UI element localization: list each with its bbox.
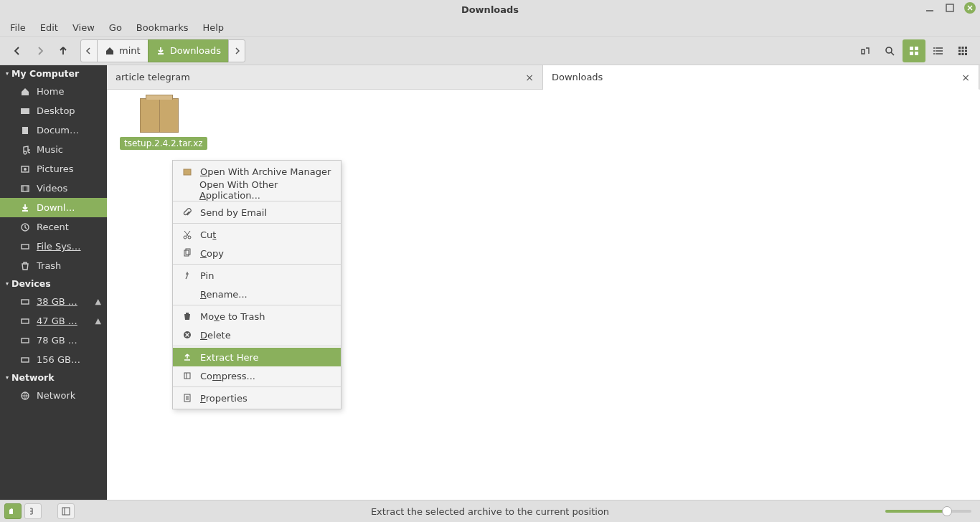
- menu-pin[interactable]: Pin: [173, 266, 341, 285]
- path-prev-button[interactable]: [80, 39, 98, 62]
- separator: [173, 346, 341, 346]
- minimize-button[interactable]: [924, 2, 936, 14]
- tab-downloads[interactable]: Downloads ×: [543, 65, 979, 90]
- menu-edit[interactable]: Edit: [33, 21, 65, 34]
- close-button[interactable]: [964, 2, 976, 14]
- sidebar-vol-78gb[interactable]: 78 GB …: [0, 331, 107, 350]
- file-label: tsetup.2.4.2.tar.xz: [120, 137, 207, 150]
- zoom-thumb[interactable]: [942, 506, 952, 516]
- svg-rect-28: [22, 358, 29, 362]
- svg-rect-26: [22, 319, 29, 323]
- sidebar-pictures[interactable]: Pictures: [0, 159, 107, 179]
- sidebar-filesystem[interactable]: File Sys…: [0, 237, 107, 256]
- menu-copy[interactable]: Copy: [173, 244, 341, 262]
- eject-icon[interactable]: ▲: [95, 316, 101, 326]
- svg-rect-5: [915, 52, 918, 55]
- sidebar-documents[interactable]: Docum…: [0, 120, 107, 140]
- menu-rename[interactable]: Rename...: [173, 285, 341, 303]
- path-current[interactable]: Downloads: [148, 39, 229, 62]
- separator: [173, 201, 341, 201]
- show-tree-button[interactable]: [24, 503, 42, 519]
- close-sidebar-button[interactable]: [57, 503, 75, 519]
- sidebar-downloads[interactable]: Downl…: [0, 198, 107, 217]
- sidebar-music[interactable]: Music: [0, 140, 107, 159]
- svg-rect-24: [22, 245, 29, 249]
- statusbar: Extract the selected archive to the curr…: [0, 500, 980, 522]
- sidebar-section-computer[interactable]: ▾My Computer: [0, 65, 107, 82]
- show-places-button[interactable]: [4, 503, 22, 519]
- svg-rect-2: [910, 47, 913, 50]
- compact-view-button[interactable]: [951, 39, 974, 62]
- search-button[interactable]: [878, 39, 901, 62]
- back-button[interactable]: [6, 39, 29, 62]
- sidebar-network[interactable]: Network: [0, 386, 107, 405]
- menu-send-by-email[interactable]: Send by Email: [173, 203, 341, 222]
- documents-icon: [20, 125, 30, 136]
- svg-rect-19: [22, 127, 28, 134]
- copy-icon: [182, 248, 193, 258]
- toolbar: mint Downloads: [0, 37, 980, 65]
- menu-compress[interactable]: Compress...: [173, 366, 341, 385]
- svg-point-8: [933, 53, 935, 54]
- sidebar-vol-47gb[interactable]: 47 GB … ▲: [0, 311, 107, 331]
- delete-icon: [182, 330, 193, 340]
- tab-close-button[interactable]: ×: [525, 72, 534, 83]
- tab-close-button[interactable]: ×: [961, 72, 970, 83]
- home-icon: [20, 87, 30, 97]
- sidebar-section-devices[interactable]: ▾Devices: [0, 275, 107, 292]
- svg-rect-17: [965, 53, 967, 55]
- home-icon: [105, 46, 115, 56]
- svg-rect-0: [946, 4, 953, 11]
- svg-rect-10: [962, 47, 964, 49]
- file-item-tsetup[interactable]: tsetup.2.4.2.tar.xz: [120, 98, 199, 150]
- window-controls: [924, 2, 976, 14]
- tab-label: article telegram: [116, 72, 190, 82]
- trash-icon: [182, 311, 193, 321]
- zoom-slider[interactable]: [885, 510, 971, 513]
- sidebar-vol-156gb[interactable]: 156 GB…: [0, 350, 107, 369]
- forward-button[interactable]: [29, 39, 52, 62]
- svg-rect-11: [965, 47, 967, 49]
- menu-cut[interactable]: Cut: [173, 225, 341, 244]
- sidebar-videos[interactable]: Videos: [0, 179, 107, 198]
- path-home[interactable]: mint: [97, 39, 149, 62]
- menu-extract-here[interactable]: Extract Here: [173, 348, 341, 366]
- menu-open-with-other[interactable]: Open With Other Application...: [173, 181, 341, 199]
- up-button[interactable]: [52, 39, 75, 62]
- properties-icon: [182, 393, 193, 403]
- tab-article-telegram[interactable]: article telegram ×: [107, 65, 543, 90]
- disk-icon: [20, 297, 30, 307]
- context-menu: Open With Archive Manager Open With Othe…: [172, 160, 341, 409]
- sidebar-home[interactable]: Home: [0, 82, 107, 101]
- menu-bookmarks[interactable]: Bookmarks: [129, 21, 196, 34]
- sidebar-desktop[interactable]: Desktop: [0, 101, 107, 120]
- sidebar-trash[interactable]: Trash: [0, 256, 107, 275]
- sidebar-section-network[interactable]: ▾Network: [0, 369, 107, 386]
- list-view-button[interactable]: [927, 39, 950, 62]
- menu-view[interactable]: View: [65, 21, 102, 34]
- recent-icon: [20, 222, 30, 232]
- menu-properties[interactable]: Properties: [173, 389, 341, 407]
- menu-go[interactable]: Go: [102, 21, 129, 34]
- path-next-button[interactable]: [228, 39, 245, 62]
- path-home-label: mint: [119, 45, 141, 56]
- icon-view-button[interactable]: [903, 39, 925, 62]
- separator: [173, 305, 341, 305]
- menu-open-with-archive[interactable]: Open With Archive Manager: [173, 162, 341, 181]
- sidebar-vol-38gb[interactable]: 38 GB … ▲: [0, 292, 107, 311]
- sidebar-recent[interactable]: Recent: [0, 217, 107, 237]
- menu-file[interactable]: File: [3, 21, 33, 34]
- path-current-label: Downloads: [170, 45, 221, 56]
- menu-help[interactable]: Help: [195, 21, 231, 34]
- maximize-button[interactable]: [944, 2, 956, 14]
- separator: [173, 223, 341, 224]
- extract-icon: [182, 352, 193, 362]
- menu-move-to-trash[interactable]: Move to Trash: [173, 307, 341, 326]
- eject-icon[interactable]: ▲: [95, 297, 101, 306]
- titlebar: Downloads: [0, 0, 980, 19]
- toggle-location-button[interactable]: [854, 39, 877, 62]
- svg-rect-30: [184, 169, 191, 175]
- separator: [173, 386, 341, 387]
- menu-delete[interactable]: Delete: [173, 326, 341, 344]
- download-icon: [156, 46, 166, 56]
